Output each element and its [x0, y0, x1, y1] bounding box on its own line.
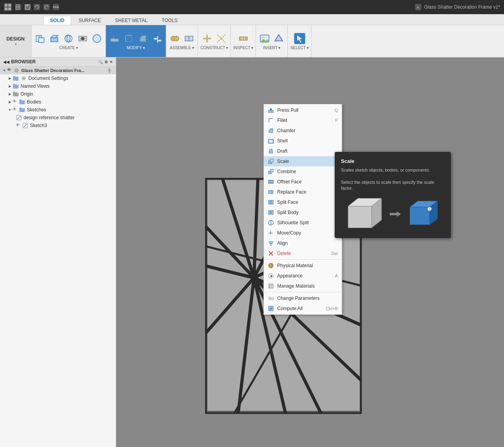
menu-item-appearance[interactable]: Appearance A	[264, 271, 342, 281]
browser-settings-icon[interactable]: ⚙	[104, 60, 108, 64]
tab-solid[interactable]: SOLID	[43, 16, 71, 25]
svg-marker-79	[271, 108, 272, 110]
menu-item-combine[interactable]: Combine	[264, 166, 342, 177]
fillet-toolbar-icon[interactable]	[122, 32, 135, 45]
change-parameters-icon: f(x)	[268, 295, 274, 301]
menu-item-scale[interactable]: Scale ▶	[264, 156, 342, 166]
extrude-icon[interactable]	[48, 32, 61, 45]
menu-item-align[interactable]: Align	[264, 238, 342, 248]
svg-point-50	[16, 70, 18, 72]
chamfer-icon	[268, 127, 274, 134]
split-body-label: Split Body	[277, 210, 335, 215]
menu-item-silhouette-split[interactable]: Silhouette Split	[264, 218, 342, 228]
toolbar: DESIGN ▾ CREATE ▾	[0, 25, 504, 57]
sphere-icon[interactable]	[91, 32, 103, 45]
browser-panel: ◀◀ BROWSER 🔍 ⚙ ✕ ▼ 👁 Glass Shatter Decor…	[0, 57, 116, 447]
menu-item-compute-all[interactable]: Compute All Ctrl+B	[264, 303, 342, 314]
tree-text-origin: Origin	[20, 91, 114, 97]
options-icon[interactable]	[53, 4, 59, 10]
menu-item-offset-face[interactable]: Offset Face	[264, 177, 342, 187]
menu-item-split-face[interactable]: Split Face	[264, 197, 342, 207]
inspect-label[interactable]: INSPECT ▾	[233, 46, 253, 50]
hole-icon[interactable]	[76, 32, 89, 45]
tree-item-design-ref[interactable]: design reference shatter	[0, 114, 116, 122]
tree-text-sketches: Sketches	[27, 107, 114, 113]
tree-item-doc-settings[interactable]: ▶ Document Settings	[0, 74, 116, 82]
select-label[interactable]: SELECT ▾	[291, 46, 309, 50]
assemble-label[interactable]: ASSEMBLE ▾	[170, 46, 194, 50]
tree-item-bodies[interactable]: ▶ 👁 Bodies	[0, 98, 116, 106]
chamfer-toolbar-icon[interactable]	[137, 32, 149, 45]
construct-icon2[interactable]	[215, 32, 228, 45]
joint-icon[interactable]	[169, 32, 181, 45]
svg-marker-82	[269, 149, 273, 153]
menu-item-change-parameters[interactable]: f(x) Change Parameters	[264, 293, 342, 303]
insert-label[interactable]: INSERT ▾	[263, 46, 280, 50]
menu-item-split-body[interactable]: Split Body	[264, 207, 342, 218]
folder-icon-doc-settings	[13, 75, 19, 81]
tabbar: SOLID SURFACE SHEET METAL TOOLS	[0, 14, 504, 25]
tree-item-sketch3[interactable]: 👁 Sketch3	[0, 122, 116, 129]
app-title: Glass Shatter Decoration Frame v1*	[424, 4, 500, 10]
press-pull-toolbar-icon[interactable]	[108, 32, 121, 45]
shell-label: Shell	[277, 138, 335, 144]
menu-item-replace-face[interactable]: Replace Face	[264, 187, 342, 197]
modify-icons-row	[108, 32, 163, 45]
svg-rect-0	[5, 4, 7, 7]
redo-icon[interactable]	[43, 4, 50, 10]
tree-item-origin[interactable]: ▶ Origin	[0, 90, 116, 98]
insert-image-icon[interactable]	[258, 32, 271, 45]
modify-label[interactable]: MODIFY ▾	[127, 46, 145, 50]
design-button[interactable]: DESIGN ▾	[0, 25, 32, 57]
menu-item-fillet[interactable]: Fillet F	[264, 115, 342, 126]
undo-icon[interactable]	[34, 4, 40, 10]
menu-item-chamfer[interactable]: Chamfer	[264, 126, 342, 136]
settings-icon-root[interactable]	[106, 67, 113, 74]
scale-label: Scale	[277, 159, 332, 164]
manage-materials-icon	[268, 283, 274, 289]
move-copy-toolbar-icon[interactable]	[151, 32, 163, 45]
tab-sheet-metal[interactable]: SHEET METAL	[108, 16, 154, 25]
tree-item-root[interactable]: ▼ 👁 Glass Shatter Decoration Fra...	[0, 66, 116, 74]
menu-item-press-pull[interactable]: Press Pull Q	[264, 105, 342, 115]
svg-rect-93	[271, 211, 273, 214]
browser-close-icon[interactable]: ✕	[109, 60, 113, 64]
eye-icon-root[interactable]: 👁	[7, 68, 13, 73]
autodesk-icon: A	[415, 4, 422, 11]
revolve-icon[interactable]	[62, 32, 75, 45]
apps-grid-icon[interactable]	[4, 3, 12, 11]
tree-text-named-views: Named Views	[20, 83, 114, 89]
menu-item-shell[interactable]: Shell	[264, 136, 342, 146]
tree-item-sketches[interactable]: ▼ 👁 Sketches	[0, 106, 116, 114]
construct-icons-row	[201, 32, 228, 45]
menu-item-draft[interactable]: Draft	[264, 146, 342, 156]
eye-icon-sketch3[interactable]: 👁	[16, 123, 21, 128]
svg-point-51	[15, 68, 19, 72]
menu-item-physical-material[interactable]: Physical Material	[264, 260, 342, 271]
create-label[interactable]: CREATE ▾	[59, 46, 78, 50]
menu-item-delete[interactable]: Delete Del	[264, 248, 342, 259]
measure-icon[interactable]	[237, 32, 250, 45]
insert-icons-row	[258, 32, 285, 45]
browser-collapse-icon[interactable]: ◀◀	[3, 60, 9, 64]
select-icon[interactable]	[293, 32, 306, 45]
insert-mesh-icon[interactable]	[272, 32, 285, 45]
viewport[interactable]: Press Pull Q Fillet F Chamfer	[116, 57, 504, 447]
tree-item-named-views[interactable]: ▶ Named Views	[0, 82, 116, 90]
construct-label[interactable]: CONSTRUCT ▾	[200, 46, 228, 50]
eye-icon-sketches[interactable]: 👁	[13, 107, 18, 113]
browser-search-icon[interactable]: 🔍	[98, 60, 103, 64]
menu-item-move-copy[interactable]: Move/Copy M	[264, 228, 342, 238]
file-icon[interactable]	[15, 4, 21, 10]
svg-rect-116	[410, 207, 430, 225]
tab-surface[interactable]: SURFACE	[72, 16, 108, 25]
eye-icon-bodies[interactable]: 👁	[13, 99, 18, 105]
assemble-icon2[interactable]	[183, 32, 195, 45]
svg-rect-34	[185, 36, 189, 41]
create-icons-row	[34, 32, 103, 45]
new-component-icon[interactable]	[34, 32, 46, 45]
construct-icon1[interactable]	[201, 32, 213, 45]
menu-item-manage-materials[interactable]: Manage Materials	[264, 281, 342, 291]
save-icon[interactable]	[24, 4, 31, 10]
tab-tools[interactable]: TOOLS	[155, 16, 184, 25]
